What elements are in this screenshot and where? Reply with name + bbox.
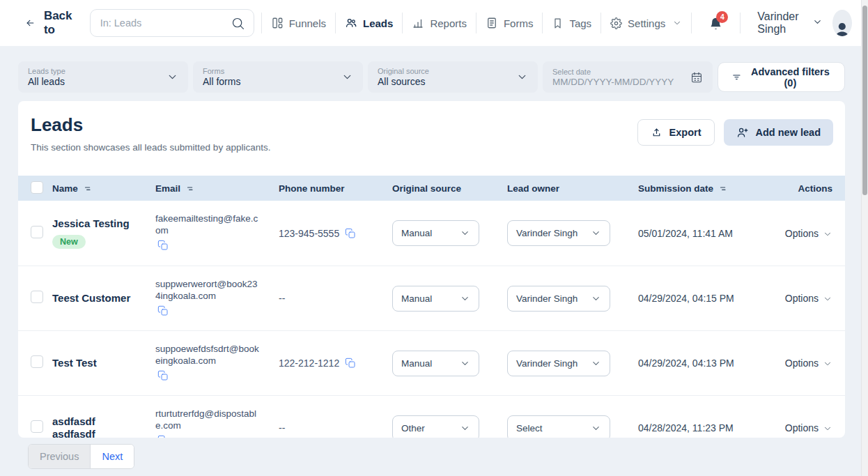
search-icon[interactable] <box>231 16 245 31</box>
options-button[interactable]: Options <box>785 422 832 433</box>
copy-email-icon[interactable] <box>157 240 169 254</box>
nav-item-leads[interactable]: Leads <box>336 17 402 29</box>
scrollbar-track[interactable] <box>861 0 868 476</box>
reports-icon <box>412 17 424 29</box>
nav-item-settings[interactable]: Settings <box>601 17 691 29</box>
lead-name-line2: asdfasdf <box>52 428 155 438</box>
next-page-button[interactable]: Next <box>91 445 134 468</box>
copy-email-icon[interactable] <box>157 370 169 384</box>
options-label: Options <box>785 293 819 304</box>
nav-label: Funnels <box>289 17 326 29</box>
filter-label: Original source <box>378 67 429 75</box>
options-button[interactable]: Options <box>785 358 832 369</box>
back-label: Back to <box>44 9 76 37</box>
copy-email-icon[interactable] <box>157 435 169 438</box>
chevron-down-icon <box>591 293 601 304</box>
column-label: Phone number <box>279 183 345 194</box>
column-header-phone: Phone number <box>279 183 392 194</box>
previous-page-button[interactable]: Previous <box>29 445 91 468</box>
forms-icon <box>486 17 498 29</box>
copy-email-icon[interactable] <box>157 305 169 319</box>
nav-item-funnels[interactable]: Funnels <box>262 17 335 29</box>
options-label: Options <box>785 228 819 239</box>
phone-cell: 123-945-5555 <box>279 228 392 239</box>
leads-type-filter[interactable]: Leads type All leads <box>18 61 188 93</box>
chevron-down-icon <box>812 17 823 30</box>
owner-value: Varinder Singh <box>516 293 578 304</box>
table-row: Test Test suppoewefdsfsdrt@bookeingkoala… <box>18 330 845 395</box>
lead-name: Jessica Testing <box>52 217 155 230</box>
owner-select[interactable]: Varinder Singh <box>507 286 610 312</box>
email-cell: suppwerwerort@book234ingkoala.com <box>155 278 279 319</box>
advanced-filters-button[interactable]: Advanced filters (0) <box>718 62 845 92</box>
sort-icon[interactable] <box>83 183 93 194</box>
chevron-down-icon <box>823 229 832 239</box>
column-header-date[interactable]: Submission date <box>638 183 777 194</box>
original-source-filter[interactable]: Original source All sources <box>368 61 538 93</box>
submission-date: 05/01/2024, 11:41 AM <box>638 228 777 239</box>
options-button[interactable]: Options <box>785 228 832 239</box>
calendar-icon[interactable] <box>690 71 703 84</box>
add-lead-label: Add new lead <box>756 127 821 138</box>
chevron-down-icon <box>460 423 470 433</box>
column-header-email[interactable]: Email <box>155 183 279 194</box>
source-value: Manual <box>401 358 432 369</box>
lead-email: fakeemailtesting@fake.com <box>155 213 261 236</box>
tags-icon <box>552 17 564 29</box>
row-checkbox[interactable] <box>31 291 43 303</box>
chevron-down-icon <box>823 359 832 369</box>
row-checkbox[interactable] <box>31 420 43 433</box>
copy-phone-icon[interactable] <box>345 228 356 239</box>
source-select[interactable]: Manual <box>392 351 479 376</box>
scrollbar-thumb[interactable] <box>862 6 867 195</box>
nav-item-tags[interactable]: Tags <box>543 17 600 29</box>
top-navigation-bar: Back to Funnels Leads Reports Forms Tags <box>0 0 868 46</box>
nav-item-forms[interactable]: Forms <box>476 17 543 29</box>
nav-item-reports[interactable]: Reports <box>403 17 476 29</box>
owner-value: Varinder Singh <box>516 228 578 238</box>
chevron-down-icon <box>460 228 470 238</box>
sort-icon[interactable] <box>718 183 729 194</box>
export-button[interactable]: Export <box>637 119 715 146</box>
source-select[interactable]: Manual <box>392 220 479 246</box>
column-label: Name <box>52 183 78 194</box>
search-input[interactable] <box>100 17 231 29</box>
chevron-down-icon <box>341 71 353 83</box>
owner-select[interactable]: Varinder Singh <box>507 220 610 246</box>
select-all-checkbox[interactable] <box>31 181 43 194</box>
options-button[interactable]: Options <box>785 293 832 304</box>
chevron-down-icon <box>823 424 832 433</box>
leads-icon <box>345 17 357 29</box>
owner-select[interactable]: Select <box>507 415 610 438</box>
notification-count-badge: 4 <box>716 11 728 23</box>
filter-icon <box>731 71 742 83</box>
back-button[interactable]: Back to <box>25 9 76 37</box>
email-cell: suppoewefdsfsdrt@bookeingkoala.com <box>155 343 279 384</box>
submission-date: 04/29/2024, 04:13 PM <box>638 358 777 369</box>
source-select[interactable]: Other <box>392 415 479 438</box>
email-cell: fakeemailtesting@fake.com <box>155 213 279 254</box>
row-checkbox[interactable] <box>31 355 43 368</box>
forms-filter[interactable]: Forms All forms <box>193 61 363 93</box>
lead-email: suppoewefdsfsdrt@bookeingkoala.com <box>155 343 261 367</box>
column-header-name[interactable]: Name <box>52 183 155 194</box>
user-name: Varinder Singh <box>757 10 806 36</box>
source-select[interactable]: Manual <box>392 286 479 312</box>
copy-phone-icon[interactable] <box>345 358 356 369</box>
add-new-lead-button[interactable]: Add new lead <box>724 119 833 146</box>
row-checkbox[interactable] <box>31 226 43 238</box>
filter-label: Select date <box>552 68 674 76</box>
search-box[interactable] <box>90 9 254 37</box>
date-range-filter[interactable]: Select date MM/DD/YYYY-MM/DD/YYYY <box>543 61 713 93</box>
source-value: Manual <box>401 228 432 238</box>
options-label: Options <box>785 422 819 433</box>
user-menu[interactable]: Varinder Singh <box>757 10 823 36</box>
options-label: Options <box>785 358 819 369</box>
notifications-button[interactable]: 4 <box>692 16 740 31</box>
sort-icon[interactable] <box>185 183 196 194</box>
avatar[interactable] <box>832 10 852 36</box>
name-cell: asdfasdf asdfasdf <box>52 415 155 438</box>
owner-select[interactable]: Varinder Singh <box>507 351 610 376</box>
export-icon <box>651 127 662 139</box>
filter-value: All sources <box>378 76 429 87</box>
